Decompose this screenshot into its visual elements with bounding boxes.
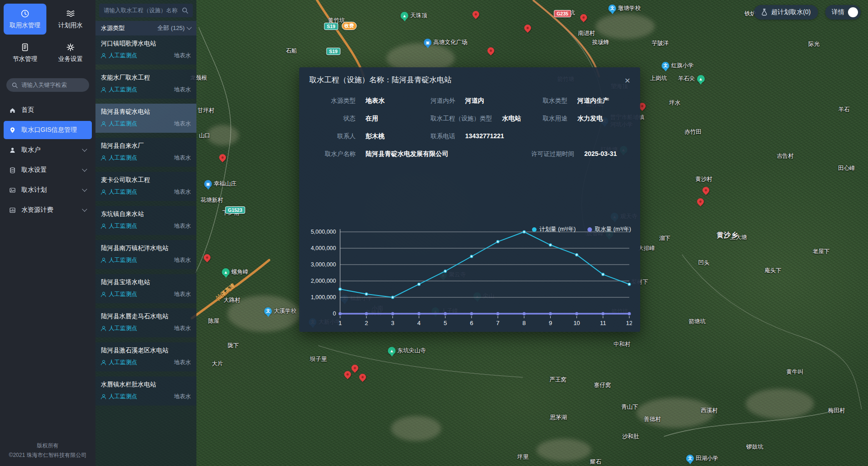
over-plan-label: 超计划取水(0) <box>771 8 811 16</box>
station-list-item[interactable]: 河口镇唱歌潭水电站人工监测点地表水 <box>95 35 196 65</box>
station-meta-row: 人工监测点地表水 <box>101 325 191 332</box>
map-poi-marker[interactable]: 文田湖小学 <box>686 455 718 462</box>
station-list-item[interactable]: 友能水厂取水工程人工监测点地表水 <box>95 70 196 99</box>
clock-icon <box>20 9 30 18</box>
y-axis-label: 0 <box>333 311 336 317</box>
legend-item[interactable]: 取水量 (m³/年) <box>587 225 631 233</box>
menu-item-gis-info[interactable]: 取水口GIS信息管理 <box>4 121 92 139</box>
home-icon <box>9 107 16 114</box>
chart-data-point <box>497 241 499 243</box>
y-axis-label: 3,000,000 <box>311 261 336 268</box>
station-panel: 请输入取水工程（设施）名称 水源类型 全部 (125) 河口镇唱歌潭水电站人工监… <box>95 0 196 466</box>
card-icon <box>9 187 16 194</box>
station-list-item[interactable]: 陆河县青碇水电站人工监测点地表水 <box>95 104 196 133</box>
chart-data-point <box>576 312 578 315</box>
map-poi-marker[interactable]: ▲东坑尖山寺 <box>388 347 426 355</box>
station-list-item[interactable]: 陆河县自来水厂人工监测点地表水 <box>95 138 196 167</box>
map-label: 黄沙乡 <box>717 231 738 240</box>
field-cell: 联系电话13432771221 <box>431 132 640 140</box>
map-poi-marker[interactable]: 文红旗小学 <box>662 62 694 70</box>
road-badge: S19 <box>326 48 341 55</box>
map-poi-marker[interactable]: ▲天珠顶 <box>401 12 427 20</box>
water-source-type: 地表水 <box>174 222 191 230</box>
station-list-item[interactable]: 陆河县激石溪老区水电站人工监测点地表水 <box>95 342 196 371</box>
menu-item-intake-plan[interactable]: 取水计划 <box>4 181 92 199</box>
map-label: 庵头下 <box>764 267 782 275</box>
menu-item-intake-settings[interactable]: 取水设置 <box>4 161 92 179</box>
legend-item[interactable]: 计划量 (m³/年) <box>532 225 576 233</box>
water-source-type: 地表水 <box>174 393 191 401</box>
map-poi-marker[interactable]: ▲羊石尖 <box>678 75 705 83</box>
x-axis-label: 5 <box>444 320 447 326</box>
station-meta-row: 人工监测点地表水 <box>101 359 191 366</box>
details-label: 详情 <box>832 8 844 16</box>
station-list-item[interactable]: 水唇镇水栏肚水电站人工监测点地表水 <box>95 376 196 406</box>
x-axis-label: 12 <box>626 320 632 326</box>
database-icon <box>9 167 16 174</box>
monitor-type-label: 人工监测点 <box>109 291 137 298</box>
station-name: 友能水厂取水工程 <box>101 74 191 82</box>
station-list-item[interactable]: 陆河县南万镇杞洋水电站人工监测点地表水 <box>95 240 196 269</box>
map-label: 芋陂洋 <box>652 40 669 47</box>
chart-data-point <box>497 312 499 315</box>
person-icon <box>101 190 106 195</box>
chart-data-point <box>602 312 604 315</box>
field-value: 在用 <box>366 115 378 123</box>
map-poi-marker[interactable]: ▣高塘文化广场 <box>424 39 467 46</box>
map-label: 陈屋 <box>208 317 220 325</box>
station-meta-row: 人工监测点地表水 <box>101 120 191 128</box>
chart-data-point <box>365 293 368 296</box>
close-icon[interactable]: × <box>625 75 630 85</box>
station-search-input[interactable]: 请输入取水工程（设施）名称 <box>99 4 193 17</box>
map-poi-marker[interactable]: 文墩塘学校 <box>608 5 641 12</box>
station-list-item[interactable]: 东坑镇自来水站人工监测点地表水 <box>95 206 196 235</box>
map-label: 田心嶂 <box>838 165 855 172</box>
station-meta-row: 人工监测点地表水 <box>101 222 191 230</box>
chart-data-point <box>549 244 552 246</box>
menu-item-home[interactable]: 首页 <box>4 101 92 119</box>
menu-label: 取水户 <box>21 146 40 154</box>
map-poi-marker[interactable]: ▣幸福山庄 <box>204 180 236 188</box>
map-poi-marker[interactable]: 文大溪学校 <box>264 307 296 315</box>
menu-item-water-users[interactable]: 取水户 <box>4 141 92 159</box>
chart-data-point <box>418 312 421 315</box>
modal-header: 取水工程（设施）名称：陆河县青碇水电站 × <box>299 67 640 89</box>
waves-icon <box>65 9 75 18</box>
map-poi-marker[interactable]: ▲螺角嶂 <box>222 268 249 276</box>
water-source-type-filter[interactable]: 水源类型 全部 (125) <box>95 21 196 35</box>
field-value: 河道内生产 <box>577 97 609 105</box>
monitor-type: 人工监测点 <box>101 256 137 264</box>
details-toggle[interactable]: 详情 <box>825 5 861 20</box>
x-axis-label: 4 <box>417 320 421 326</box>
keyword-search-input[interactable]: 请输入关键字检索 <box>6 78 89 92</box>
person-icon <box>101 326 106 331</box>
chart-data-point <box>628 312 631 315</box>
map-label: 山口 <box>199 132 211 140</box>
field-cell: 状态在用 <box>310 115 431 123</box>
field-row: 联系人彭木桃联系电话13432771221 <box>310 132 640 140</box>
over-plan-water-button[interactable]: 超计划取水(0) <box>754 5 818 20</box>
map-label: 寨仔窝 <box>594 381 611 389</box>
app-business-settings[interactable]: 业务设置 <box>49 37 92 68</box>
poi-label: 高塘文化广场 <box>433 39 467 46</box>
menu-label: 取水计划 <box>21 186 47 194</box>
app-water-saving-management[interactable]: 节水管理 <box>4 37 46 68</box>
flask-icon <box>761 9 768 16</box>
road-badge: 收费 <box>342 22 357 30</box>
menu-item-water-billing[interactable]: 水资源计费 <box>4 201 92 219</box>
app-planned-water-use[interactable]: 计划用水 <box>49 4 92 35</box>
school-poi-icon: 文 <box>686 455 694 462</box>
station-list-item[interactable]: 麦卡公司取水工程人工监测点地表水 <box>95 172 196 201</box>
station-list-item[interactable]: 陆河县宝塔水电站人工监测点地表水 <box>95 274 196 303</box>
map-label: 上岗坑 <box>650 75 667 82</box>
water-source-type: 地表水 <box>174 154 191 162</box>
station-list-item[interactable]: 陆河县水唇走马石水电站人工监测点地表水 <box>95 308 196 337</box>
map-label: 沙和肚 <box>622 433 639 441</box>
field-row: 取水户名称陆河县青碇水电发展有限公司许可证过期时间2025-03-31 <box>310 150 640 158</box>
field-cell: 取水用途水力发电 <box>543 115 640 123</box>
water-source-type: 地表水 <box>174 120 191 128</box>
app-water-intake-management[interactable]: 取用水管理 <box>4 4 46 35</box>
field-value: 河道内 <box>465 97 484 105</box>
monitor-type: 人工监测点 <box>101 188 137 196</box>
road-badge: G235 <box>554 10 571 17</box>
